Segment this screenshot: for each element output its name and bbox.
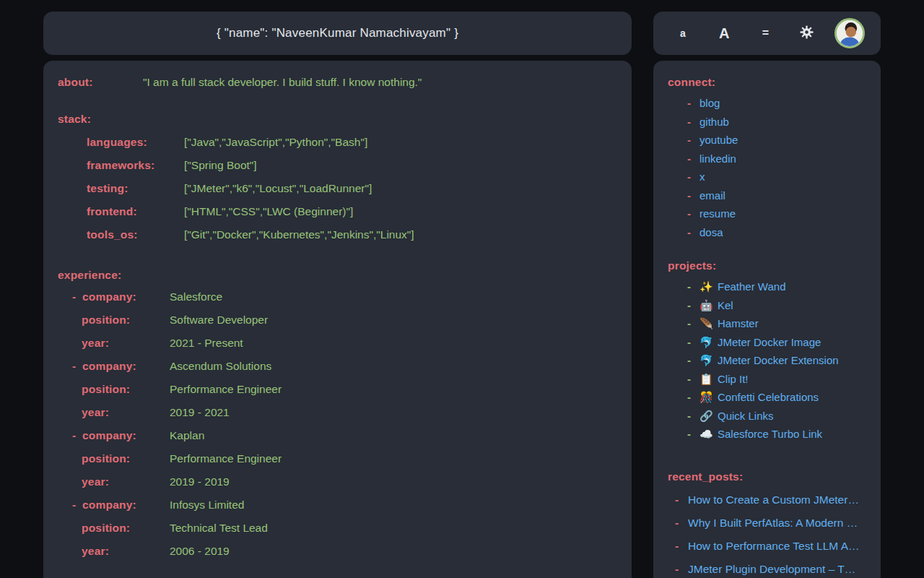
list-dash: - bbox=[687, 226, 699, 238]
sparkles-icon: ✨ bbox=[699, 281, 718, 292]
about-value: "I am a full stack developer. I build st… bbox=[143, 76, 422, 89]
project-item-quick-links[interactable]: - 🔗 Quick Links bbox=[668, 407, 866, 426]
avatar[interactable] bbox=[834, 18, 865, 48]
link-icon: 🔗 bbox=[699, 410, 718, 421]
list-dash: - bbox=[687, 152, 699, 165]
list-dash: - bbox=[72, 499, 82, 512]
list-dash: - bbox=[72, 360, 82, 373]
stack-row-frontend: frontend: ["HTML","CSS","LWC (Beginner)"… bbox=[58, 200, 617, 223]
recent-posts-list: - How to Create a Custom JMeter… - Why I… bbox=[668, 488, 866, 578]
experience-position-row: position: Technical Test Lead bbox=[58, 517, 617, 540]
recent-posts-heading: recent_posts: bbox=[668, 465, 866, 488]
about-row: about: "I am a full stack developer. I b… bbox=[58, 71, 617, 94]
experience-company-row: -company: Ascendum Solutions bbox=[58, 355, 617, 378]
list-dash: - bbox=[687, 97, 699, 109]
stack-heading: stack: bbox=[58, 108, 617, 131]
project-item-hamster[interactable]: - 🪶 Hamster bbox=[668, 314, 866, 333]
project-item-jmeter-docker-image[interactable]: - 🐬 JMeter Docker Image bbox=[668, 333, 866, 352]
list-dash: - bbox=[687, 280, 699, 293]
connect-item-email[interactable]: - email bbox=[668, 186, 866, 205]
list-dash: - bbox=[675, 540, 688, 553]
font-decrease-button[interactable]: a bbox=[669, 20, 697, 47]
projects-list: - ✨ Feather Wand - 🤖 Kel - 🪶 Hamster - 🐬… bbox=[668, 277, 866, 444]
experience-year-row: year: 2021 - Present bbox=[58, 332, 617, 355]
project-item-jmeter-docker-extension[interactable]: - 🐬 JMeter Docker Extension bbox=[668, 351, 866, 370]
list-dash: - bbox=[687, 317, 699, 329]
experience-position-row: position: Performance Engineer bbox=[58, 378, 617, 401]
page-title: { "name": "NaveenKumar Namachivayam" } bbox=[217, 26, 458, 40]
cloud-icon: ☁️ bbox=[699, 428, 718, 439]
list-dash: - bbox=[675, 563, 688, 576]
list-dash: - bbox=[687, 428, 699, 440]
connect-list: - blog - github - youtube - linkedin - x… bbox=[668, 94, 866, 241]
settings-button[interactable] bbox=[793, 20, 821, 47]
experience-company-row: -company: Infosys Limited bbox=[58, 493, 617, 517]
post-item[interactable]: - Why I Built PerfAtlas: A Modern … bbox=[668, 512, 866, 535]
connect-item-resume[interactable]: - resume bbox=[668, 204, 866, 223]
experience-position-row: position: Software Developer bbox=[58, 309, 617, 332]
robot-icon: 🤖 bbox=[699, 300, 718, 311]
stack-row-languages: languages: ["Java","JavaScript","Python"… bbox=[58, 131, 617, 154]
connect-item-dosa[interactable]: - dosa bbox=[668, 223, 866, 242]
feather-icon: 🪶 bbox=[699, 318, 718, 329]
font-increase-button[interactable]: A bbox=[710, 20, 738, 47]
list-dash: - bbox=[687, 299, 699, 311]
connect-item-youtube[interactable]: - youtube bbox=[668, 131, 866, 150]
project-item-clip-it[interactable]: - 📋 Clip It! bbox=[668, 370, 866, 389]
list-dash: - bbox=[687, 116, 699, 128]
list-dash: - bbox=[687, 336, 699, 348]
list-dash: - bbox=[687, 354, 699, 366]
post-item[interactable]: - JMeter Plugin Development – T… bbox=[668, 558, 866, 578]
post-item[interactable]: - How to Performance Test LLM A… bbox=[668, 535, 866, 558]
post-item[interactable]: - How to Create a Custom JMeter… bbox=[668, 488, 866, 512]
gear-icon bbox=[799, 25, 814, 42]
experience-position-row: position: Performance Engineer bbox=[58, 447, 617, 470]
stack-row-testing: testing: ["JMeter","k6","Locust","LoadRu… bbox=[58, 177, 617, 200]
experience-year-row: year: 2019 - 2021 bbox=[58, 401, 617, 424]
list-dash: - bbox=[687, 391, 699, 403]
list-dash: - bbox=[687, 410, 699, 422]
profile-photo-icon bbox=[837, 20, 863, 46]
list-dash: - bbox=[675, 517, 688, 530]
connect-item-linkedin[interactable]: - linkedin bbox=[668, 150, 866, 168]
sidebar-panel: connect: - blog - github - youtube - lin… bbox=[653, 61, 881, 578]
list-dash: - bbox=[687, 171, 699, 183]
connect-item-github[interactable]: - github bbox=[668, 113, 866, 131]
dolphin-icon: 🐬 bbox=[699, 337, 718, 348]
resume-panel: about: "I am a full stack developer. I b… bbox=[43, 61, 632, 578]
connect-item-x[interactable]: - x bbox=[668, 168, 866, 186]
experience-year-row: year: 2006 - 2019 bbox=[58, 540, 617, 563]
toolbar-panel: a A = bbox=[653, 12, 881, 55]
line-height-button[interactable]: = bbox=[752, 20, 780, 47]
project-item-kel[interactable]: - 🤖 Kel bbox=[668, 296, 866, 315]
list-dash: - bbox=[687, 189, 699, 202]
connect-heading: connect: bbox=[668, 71, 866, 94]
list-dash: - bbox=[687, 134, 699, 146]
list-dash: - bbox=[675, 493, 688, 506]
projects-heading: projects: bbox=[668, 254, 866, 277]
project-item-confetti-celebrations[interactable]: - 🎊 Confetti Celebrations bbox=[668, 388, 866, 407]
name-header-panel: { "name": "NaveenKumar Namachivayam" } bbox=[43, 12, 632, 55]
experience-heading: experience: bbox=[58, 265, 617, 285]
stack-row-tools-os: tools_os: ["Git","Docker","Kubernetes","… bbox=[58, 223, 617, 246]
clipboard-icon: 📋 bbox=[699, 374, 718, 384]
list-dash: - bbox=[687, 373, 699, 385]
experience-company-row: -company: Kaplan bbox=[58, 424, 617, 447]
connect-item-blog[interactable]: - blog bbox=[668, 94, 866, 113]
list-dash: - bbox=[687, 207, 699, 220]
experience-company-row: -company: Salesforce bbox=[58, 285, 617, 309]
list-dash: - bbox=[72, 290, 82, 303]
project-item-salesforce-turbo-link[interactable]: - ☁️ Salesforce Turbo Link bbox=[668, 425, 866, 444]
experience-year-row: year: 2019 - 2019 bbox=[58, 470, 617, 493]
dolphin-icon: 🐬 bbox=[699, 355, 718, 366]
project-item-feather-wand[interactable]: - ✨ Feather Wand bbox=[668, 277, 866, 296]
confetti-icon: 🎊 bbox=[699, 392, 718, 402]
stack-row-frameworks: frameworks: ["Spring Boot"] bbox=[58, 154, 617, 177]
list-dash: - bbox=[72, 429, 82, 442]
about-key: about: bbox=[58, 76, 143, 89]
